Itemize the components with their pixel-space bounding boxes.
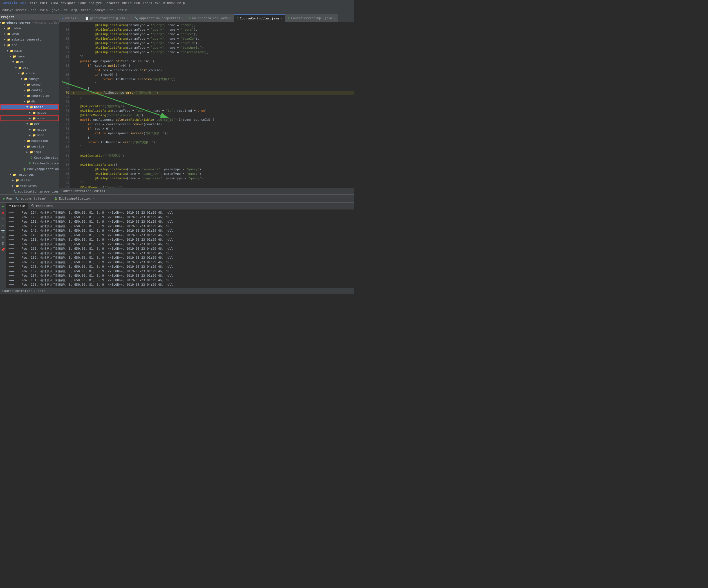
tab-close-icon[interactable]: × [78,17,79,20]
run-tab-edusysapp[interactable]: 🍃 EduSysApplication × [50,195,98,203]
run-settings-button[interactable]: ⚙ [1,235,6,240]
sidebar-item-exception[interactable]: ▶ 📁 exception [0,138,59,144]
sidebar-item-java[interactable]: ▼ 📁 java [0,54,59,59]
breadcrumb-item[interactable]: db [110,8,113,12]
sidebar-item-ext-model[interactable]: ▶ 📁 model [0,132,59,138]
menu-file[interactable]: File [30,1,37,5]
menu-build[interactable]: Build [122,1,131,5]
run-scroll-up-button[interactable]: ↑ [1,216,6,221]
tab-coursecontroller[interactable]: C CourseController.java × [234,14,285,22]
menu-refactor[interactable]: Refactor [105,1,119,5]
code-content[interactable]: @ApiImplicitParam(paramType = "query", n… [70,22,354,188]
sidebar-item-static[interactable]: ▶ 📁 static [0,177,59,183]
tab-appprops[interactable]: 🔧 application.properties × [132,14,186,22]
breadcrumb-item[interactable]: basic [118,8,127,12]
log-line: <== Row: 146, 会计从入门到精通, 8, 650.00, 81, 8… [8,233,352,238]
run-restart-button[interactable]: ▶ [1,204,6,209]
endpoints-tab[interactable]: 🔌 Endpoints [28,203,56,209]
spring-run-icon: 🍃 [54,197,58,200]
menu-window[interactable]: Window [163,1,174,5]
sidebar-item-impl[interactable]: ▶ 📁 impl [0,149,59,155]
sidebar-root[interactable]: ▼ 📁 edusys-server ~/Documents/Workspace/… [0,20,59,25]
sidebar-item-model[interactable]: ▶ 📁 model [0,115,59,121]
menu-help[interactable]: Help [177,1,185,5]
menu-edit[interactable]: Edit [40,1,48,5]
tab-close-icon[interactable]: × [127,17,128,20]
sidebar-item-resources[interactable]: ▼ 📁 resources [0,172,59,177]
menu-run[interactable]: Run [135,1,140,5]
sidebar-item-mvn[interactable]: ▶ 📁 .mvn [0,31,59,37]
expand-icon: ▼ [24,100,26,103]
menu-analyze[interactable]: Analyze [89,1,101,5]
breadcrumb-item[interactable]: java [52,8,59,12]
sidebar-item-config[interactable]: ▶ 📁 config [0,87,59,93]
tab-label: application.properties [139,16,180,20]
sidebar-item-mapper[interactable]: ▶ 📁 mapper [0,110,59,115]
sidebar-item-service[interactable]: ▼ 📁 service [0,144,59,149]
breadcrumb-item[interactable]: cn [63,8,67,12]
tab-close-icon[interactable]: × [93,197,94,200]
tab-java-icon: C [189,17,191,20]
expand-icon: ▶ [29,134,32,137]
sidebar-item-db[interactable]: ▼ 📁 db [0,98,59,104]
folder-icon: 📁 [15,184,19,188]
tab-close-icon[interactable]: × [280,17,282,20]
console-tab[interactable]: ⌨ Console [6,203,28,209]
sidebar-item-mybatis-gen[interactable]: ▶ 📁 mybatis-generator [0,37,59,42]
expand-icon: ▼ [4,43,7,47]
sidebar-item-idea[interactable]: ▶ 📁 .idea [0,25,59,31]
tab-generatorconfig[interactable]: 📄 generatorConfig.xml × [83,14,132,22]
tab-close-icon[interactable]: × [333,17,335,20]
code-editor[interactable]: 55 56 57 58 59 60 61 62 63 64 65 66 67 6… [59,22,354,188]
breadcrumb-item[interactable]: main [40,8,48,12]
sidebar-item-org[interactable]: ▼ 📁 org [0,65,59,70]
sidebar-item-controller[interactable]: ▶ 📁 controller [0,93,59,98]
breadcrumb-item[interactable]: xcore [81,8,90,12]
code-line: } [70,95,354,100]
breadcrumb-item[interactable]: org [71,8,77,12]
breadcrumb-item[interactable]: edusys [94,8,106,12]
code-line: @ApiImplicitParam(paramType = "query", n… [70,23,354,28]
breadcrumb-item[interactable]: edusys-server [2,8,26,12]
run-pin-button[interactable]: 📌 [1,247,6,252]
tab-rolecontroller[interactable]: C RoleController.java × [186,14,234,22]
sidebar-item-cn[interactable]: ▼ 📁 cn [0,59,59,65]
code-line: @ApiImplicitParams({ [70,163,354,167]
sidebar-item-ext-mapper[interactable]: ▶ 📁 mapper [0,127,59,132]
sidebar-item-xcore[interactable]: ▼ 📁 xcore [0,70,59,76]
code-line: @ApiImplicitParam(name = "page_now", par… [70,172,354,176]
run-stop-button[interactable]: ■ [1,210,6,215]
menu-vcs[interactable]: VCS [155,1,161,5]
sidebar-item-courseservice[interactable]: ▶ C CourseService [0,155,59,160]
tab-edusys[interactable]: ◆ edusys × [59,14,83,22]
folder-icon: 📁 [7,43,11,47]
menu-view[interactable]: View [50,1,58,5]
run-config-name[interactable]: 🔧 edusys [clean] [15,197,47,200]
sidebar-item-common[interactable]: ▶ 📁 common [0,82,59,87]
run-scroll-down-button[interactable]: ↓ [1,223,6,228]
run-camera-button[interactable]: 📷 [1,229,6,234]
tab-close-icon[interactable]: × [181,17,183,20]
sidebar-item-edusys[interactable]: ▼ 📁 edusys [0,76,59,82]
run-clear-button[interactable]: 🗑 [1,241,6,246]
folder-icon: 📁 [9,49,13,53]
sidebar-item-main[interactable]: ▼ 📁 main [0,48,59,54]
sidebar-item-ext[interactable]: ▼ 📁 ext [0,121,59,127]
code-line: if (res>0) { [70,72,354,77]
menu-tools[interactable]: Tools [143,1,152,5]
breadcrumb-item[interactable]: src [31,8,36,12]
sidebar-item-teacherservice[interactable]: ▶ C TeacherService [0,160,59,166]
sidebar-item-edusysapp[interactable]: ▶ 🍃 EduSysApplication [0,166,59,172]
menu-navigate[interactable]: Navigate [61,1,76,5]
sidebar-item-src[interactable]: ▼ 📁 src [0,42,59,48]
tab-close-icon[interactable]: × [229,17,231,20]
code-line: @ApiImplicitParam(name = "page_size", pa… [70,176,354,181]
sidebar-item-appprops[interactable]: ▶ 🔧 application.properties [0,188,59,194]
menu-code[interactable]: Code [79,1,86,5]
sidebar-item-basic[interactable]: ▼ 📁 basic [0,104,59,110]
tab-courseserviceimpl[interactable]: C CourseServiceImpl.java × [285,14,338,22]
folder-icon: 📁 [7,32,11,36]
log-line: <== Row: 124, 会计从入门到精通, 8, 650.00, 81, 8… [8,210,352,215]
run-label: ▶ Run: 🔧 edusys [clean] [0,195,50,203]
sidebar-item-templates[interactable]: ▶ 📁 templates [0,183,59,188]
